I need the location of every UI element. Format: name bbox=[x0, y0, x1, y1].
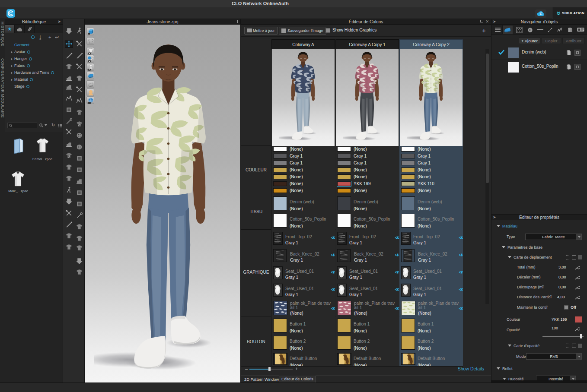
svg-text:C: C bbox=[539, 12, 542, 16]
